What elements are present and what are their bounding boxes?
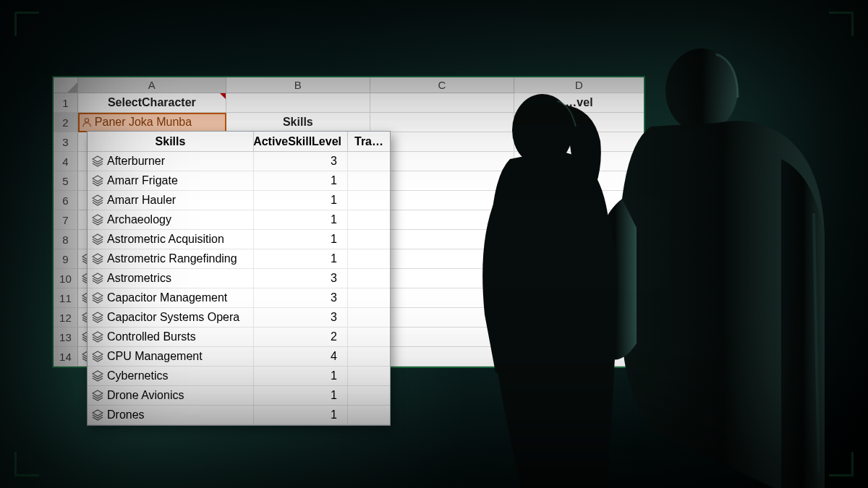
cell-a2-selected[interactable]: Paner Joka Munba	[78, 113, 226, 132]
cell[interactable]	[370, 328, 514, 347]
cell[interactable]	[370, 249, 514, 269]
skill-active-level: 1	[254, 210, 348, 229]
skill-active-level: 1	[254, 249, 348, 268]
column-header-d[interactable]: D	[514, 77, 644, 93]
skill-active-level: 4	[254, 347, 348, 366]
skill-name: Astrometric Rangefinding	[107, 252, 237, 265]
column-header-c[interactable]: C	[370, 77, 514, 93]
row-header[interactable]: 8	[54, 230, 78, 249]
skill-row[interactable]: Astrometric Rangefinding1	[88, 249, 390, 269]
cell[interactable]	[370, 288, 514, 308]
column-header-a[interactable]: A	[78, 77, 226, 93]
skill-row[interactable]: Capacitor Management3	[88, 288, 390, 308]
cell[interactable]	[370, 152, 514, 171]
skill-name: Controlled Bursts	[107, 330, 196, 343]
skill-trained-level	[348, 210, 390, 229]
cell-a1[interactable]: SelectCharacter	[78, 93, 226, 113]
skill-row[interactable]: Amarr Hauler1	[88, 191, 390, 210]
svg-point-0	[85, 119, 88, 122]
person-icon	[82, 117, 92, 127]
cell[interactable]	[370, 132, 514, 152]
select-all-corner[interactable]	[54, 77, 78, 93]
popup-header-trained[interactable]: Tra…	[348, 132, 390, 151]
cell-d3[interactable]: …illPoi	[514, 132, 644, 152]
skill-row[interactable]: Drone Avionics1	[88, 386, 390, 406]
stage: A B C D 1 SelectCharacter …vel 2 Paner J…	[0, 0, 868, 488]
row-header[interactable]: 1	[54, 93, 78, 113]
skill-icon	[92, 409, 103, 421]
row-header[interactable]: 11	[54, 288, 78, 308]
skill-row[interactable]: Drones1	[88, 406, 390, 425]
cell[interactable]	[370, 308, 514, 328]
skill-icon	[92, 194, 103, 206]
skill-active-level: 3	[254, 288, 348, 307]
skill-active-level: 3	[254, 269, 348, 288]
skill-row[interactable]: Controlled Bursts2	[88, 328, 390, 347]
cell[interactable]	[370, 347, 514, 367]
cell-d2[interactable]	[514, 113, 644, 132]
cell-b1[interactable]	[226, 93, 370, 113]
skill-row[interactable]: CPU Management4	[88, 347, 390, 367]
cell-d1[interactable]: …vel	[514, 93, 644, 113]
row-header[interactable]: 3	[54, 132, 78, 152]
column-header-b[interactable]: B	[226, 77, 370, 93]
skill-active-level: 1	[254, 406, 348, 424]
row-header[interactable]: 9	[54, 249, 78, 269]
skills-popup[interactable]: Skills ActiveSkillLevel Tra… Afterburner…	[87, 131, 391, 426]
skill-icon	[92, 331, 103, 343]
skill-row[interactable]: Cybernetics1	[88, 367, 390, 386]
skill-icon	[92, 175, 103, 187]
skill-trained-level	[348, 406, 390, 424]
skill-trained-level	[348, 367, 390, 385]
skill-trained-level	[348, 269, 390, 288]
skill-row[interactable]: Astrometric Acquisition1	[88, 230, 390, 249]
cell[interactable]	[514, 171, 644, 191]
cell[interactable]	[514, 269, 644, 288]
row-header[interactable]: 4	[54, 152, 78, 171]
cell-c1[interactable]	[370, 93, 514, 113]
cell-text: Paner Joka Munba	[95, 116, 192, 129]
skill-row[interactable]: Capacitor Systems Opera3	[88, 308, 390, 328]
row-header[interactable]: 7	[54, 210, 78, 230]
skill-row[interactable]: Amarr Frigate1	[88, 171, 390, 191]
row-header[interactable]: 2	[54, 113, 78, 132]
row-header[interactable]: 13	[54, 328, 78, 347]
popup-header-skills[interactable]: Skills	[88, 132, 254, 151]
cell[interactable]	[514, 210, 644, 230]
cell[interactable]	[370, 171, 514, 191]
row-header[interactable]: 10	[54, 269, 78, 288]
row-header[interactable]: 12	[54, 308, 78, 328]
skill-icon	[92, 292, 103, 304]
skill-icon	[92, 351, 103, 362]
skill-active-level: 3	[254, 152, 348, 171]
skill-row[interactable]: Astrometrics3	[88, 269, 390, 288]
row-header[interactable]: 6	[54, 191, 78, 210]
cell[interactable]	[514, 347, 644, 367]
cell-b2[interactable]: Skills	[226, 113, 370, 132]
skill-row[interactable]: Archaeology1	[88, 210, 390, 230]
popup-header-active-level[interactable]: ActiveSkillLevel	[254, 132, 348, 151]
crop-mark	[829, 12, 854, 36]
skill-name: Astrometrics	[107, 272, 171, 285]
cell[interactable]	[514, 249, 644, 269]
skill-icon	[92, 370, 103, 382]
skill-icon	[92, 390, 103, 401]
row-header[interactable]: 14	[54, 347, 78, 367]
cell[interactable]	[514, 328, 644, 347]
cell[interactable]	[514, 288, 644, 308]
cell[interactable]	[514, 230, 644, 249]
cell[interactable]	[370, 191, 514, 210]
skill-trained-level	[348, 230, 390, 249]
skill-trained-level	[348, 288, 390, 307]
cell-c2[interactable]	[370, 113, 514, 132]
cell[interactable]	[370, 210, 514, 230]
cell[interactable]	[514, 308, 644, 328]
skill-icon	[92, 155, 103, 167]
crop-mark	[829, 452, 854, 476]
cell[interactable]: 3	[514, 152, 644, 171]
row-header[interactable]: 5	[54, 171, 78, 191]
cell[interactable]	[514, 191, 644, 210]
skill-row[interactable]: Afterburner3	[88, 152, 390, 171]
cell[interactable]	[370, 230, 514, 249]
cell[interactable]	[370, 269, 514, 288]
